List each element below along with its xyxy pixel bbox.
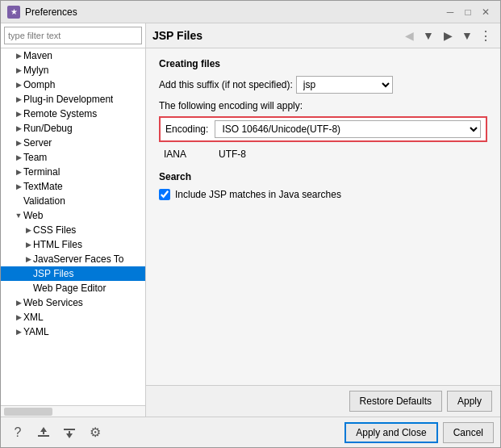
- panel-title: JSP Files: [152, 29, 202, 42]
- sidebar-item-maven[interactable]: Maven: [1, 48, 145, 63]
- arrow-icon: [14, 51, 23, 61]
- arrow-icon: [14, 65, 23, 75]
- encoding-select[interactable]: ISO 10646/Unicode(UTF-8) UTF-8 ISO-8859-…: [215, 120, 481, 138]
- apply-and-close-button[interactable]: Apply and Close: [344, 422, 437, 443]
- arrow-icon: [14, 211, 23, 220]
- filter-wrap: [1, 23, 145, 48]
- help-icon[interactable]: ?: [7, 422, 28, 443]
- arrow-icon: [14, 298, 23, 308]
- suffix-select[interactable]: jsp: [296, 76, 393, 94]
- hscroll-thumb[interactable]: [4, 408, 52, 416]
- title-bar: ★ Preferences ─ □ ✕: [1, 1, 500, 23]
- sidebar-item-label: HTML Files: [33, 239, 82, 250]
- close-button[interactable]: ✕: [478, 4, 494, 20]
- sidebar-item-yaml[interactable]: YAML: [1, 324, 145, 339]
- panel-content: Creating files Add this suffix (if not s…: [146, 48, 500, 385]
- jsp-search-label: Include JSP matches in Java searches: [175, 189, 341, 200]
- window-controls: ─ □ ✕: [442, 4, 494, 20]
- nav-dropdown2-button[interactable]: ▼: [458, 27, 476, 44]
- sidebar-item-html-files[interactable]: HTML Files: [1, 237, 145, 252]
- sidebar-item-label: Run/Debug: [23, 123, 73, 134]
- panel-header: JSP Files ◀ ▼ ▶ ▼ ⋮: [146, 23, 500, 48]
- preferences-window: ★ Preferences ─ □ ✕ Maven Mylyn: [0, 0, 501, 448]
- title-bar-left: ★ Preferences: [7, 6, 77, 19]
- sidebar-item-label: Web Services: [23, 297, 83, 308]
- arrow-icon: [23, 240, 33, 249]
- panel-nav: ◀ ▼ ▶ ▼ ⋮: [400, 27, 494, 44]
- settings-icon[interactable]: ⚙: [85, 422, 106, 443]
- sidebar-item-label: TextMate: [23, 181, 63, 192]
- sidebar-item-label: XML: [23, 312, 44, 323]
- sidebar-item-server[interactable]: Server: [1, 136, 145, 150]
- svg-rect-0: [38, 435, 49, 437]
- sidebar-item-label: YAML: [23, 326, 49, 337]
- back-button[interactable]: ◀: [400, 27, 418, 44]
- filter-input[interactable]: [4, 27, 142, 44]
- checkbox-row: Include JSP matches in Java searches: [159, 189, 487, 200]
- encoding-header: The following encoding will apply:: [159, 100, 487, 111]
- minimize-button[interactable]: ─: [442, 4, 458, 20]
- sidebar-item-web[interactable]: Web: [1, 208, 145, 223]
- sidebar-item-label: Web: [23, 210, 43, 221]
- sidebar-item-label: Plug-in Development: [23, 94, 113, 105]
- window-title: Preferences: [25, 6, 77, 18]
- sidebar-item-label: Validation: [23, 195, 65, 207]
- right-panel: JSP Files ◀ ▼ ▶ ▼ ⋮ Creating files Add t…: [146, 23, 500, 417]
- sidebar-item-web-services[interactable]: Web Services: [1, 295, 145, 310]
- sidebar-item-label: Server: [23, 137, 52, 149]
- arrow-icon: [14, 94, 23, 104]
- sidebar-item-run-debug[interactable]: Run/Debug: [1, 121, 145, 136]
- sidebar-item-label: JSP Files: [33, 268, 73, 279]
- sidebar-item-oomph[interactable]: Oomph: [1, 77, 145, 92]
- search-section: Search Include JSP matches in Java searc…: [159, 171, 487, 200]
- import-icon[interactable]: [59, 422, 80, 443]
- sidebar: Maven Mylyn Oomph Plug-in Development Re…: [1, 23, 146, 417]
- sidebar-item-textmate[interactable]: TextMate: [1, 179, 145, 194]
- search-section-label: Search: [159, 171, 487, 182]
- bottom-right-buttons: Apply and Close Cancel: [344, 422, 494, 443]
- arrow-icon: [14, 312, 23, 322]
- sidebar-hscroll: [1, 405, 145, 417]
- iana-row: IANA UTF-8: [159, 147, 487, 161]
- sidebar-item-jsp-files[interactable]: JSP Files: [1, 266, 145, 281]
- arrow-icon: [23, 225, 33, 235]
- cancel-button[interactable]: Cancel: [443, 422, 494, 443]
- tree-area[interactable]: Maven Mylyn Oomph Plug-in Development Re…: [1, 48, 145, 405]
- sidebar-item-mylyn[interactable]: Mylyn: [1, 63, 145, 77]
- encoding-label: Encoding:: [165, 124, 208, 135]
- more-options-icon[interactable]: ⋮: [478, 27, 494, 44]
- sidebar-item-remote-systems[interactable]: Remote Systems: [1, 107, 145, 121]
- apply-button[interactable]: Apply: [447, 391, 492, 412]
- bottom-icons: ? ⚙: [7, 422, 106, 443]
- sidebar-item-label: Maven: [23, 50, 52, 61]
- nav-dropdown-button[interactable]: ▼: [420, 27, 437, 44]
- jsp-search-checkbox[interactable]: [159, 189, 170, 200]
- sidebar-item-jsf[interactable]: JavaServer Faces To: [1, 252, 145, 266]
- sidebar-item-xml[interactable]: XML: [1, 310, 145, 324]
- sidebar-item-css-files[interactable]: CSS Files: [1, 223, 145, 237]
- sidebar-item-web-page-editor[interactable]: Web Page Editor: [1, 281, 145, 295]
- forward-button[interactable]: ▶: [439, 27, 457, 44]
- sidebar-item-plugin-dev[interactable]: Plug-in Development: [1, 92, 145, 107]
- arrow-icon: [14, 124, 23, 133]
- maximize-button[interactable]: □: [460, 4, 476, 20]
- restore-defaults-button[interactable]: Restore Defaults: [349, 391, 442, 412]
- arrow-icon: [14, 80, 23, 90]
- arrow-icon: [14, 153, 23, 162]
- sidebar-item-terminal[interactable]: Terminal: [1, 165, 145, 179]
- bottom-bar: ? ⚙ Apply and Close Cancel: [1, 417, 500, 447]
- suffix-label: Add this suffix (if not specified):: [159, 79, 293, 90]
- encoding-row: Encoding: ISO 10646/Unicode(UTF-8) UTF-8…: [159, 116, 487, 142]
- sidebar-item-label: CSS Files: [33, 224, 76, 236]
- arrow-icon: [14, 182, 23, 191]
- export-icon[interactable]: [33, 422, 54, 443]
- sidebar-item-validation[interactable]: Validation: [1, 194, 145, 208]
- iana-value: UTF-8: [219, 149, 246, 160]
- arrow-icon: [14, 167, 23, 177]
- sidebar-item-label: Mylyn: [23, 65, 48, 76]
- svg-rect-1: [64, 429, 75, 430]
- suffix-row: Add this suffix (if not specified): jsp: [159, 76, 487, 94]
- arrow-icon: [23, 254, 33, 264]
- sidebar-item-team[interactable]: Team: [1, 150, 145, 165]
- sidebar-item-label: JavaServer Faces To: [33, 253, 124, 265]
